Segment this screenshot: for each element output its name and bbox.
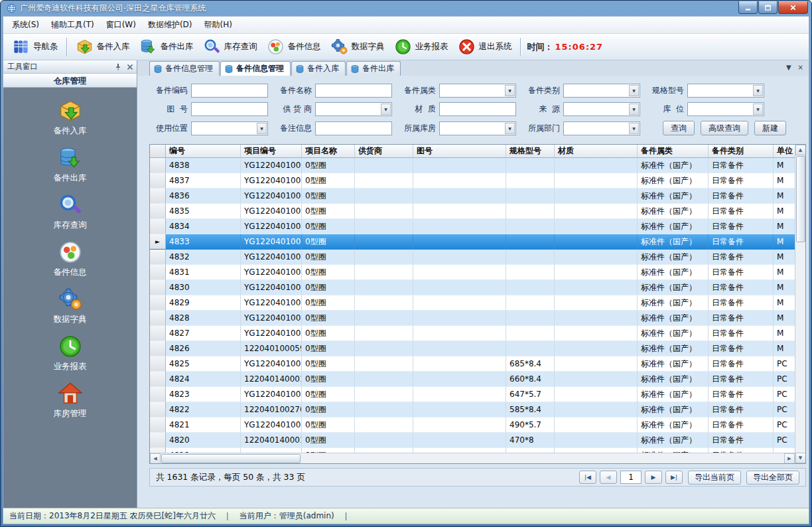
spec-model-select[interactable]: ▼ (687, 84, 764, 98)
maximize-button[interactable] (758, 1, 778, 14)
menu-system[interactable]: 系统(S) (6, 16, 45, 34)
prev-page-button[interactable]: ◀ (600, 471, 617, 484)
tab-parts-info-management-1[interactable]: 备件信息管理 (149, 61, 220, 76)
page-number-input[interactable] (620, 471, 642, 484)
table-row[interactable]: 4835YG122040100900型圈标准件（国产）日常备件M (150, 204, 795, 219)
menu-aux-tools[interactable]: 辅助工具(T) (45, 16, 100, 34)
table-row[interactable]: 4823YG122040100800型圈647*5.7标准件（国产）日常备件PC (150, 387, 795, 402)
table-row[interactable]: 482612204010005990型圈标准件（国产）日常备件M (150, 341, 795, 356)
toolbar-button-parts-info[interactable]: 备件信息 (262, 36, 326, 58)
part-category-select[interactable]: ▼ (439, 84, 516, 98)
table-row[interactable]: 482212204010027000型圈585*8.4标准件（国产）日常备件PC (150, 402, 795, 417)
sidebar-item-data-dictionary[interactable]: 数据字典 (54, 287, 87, 325)
vertical-scrollbar[interactable]: ▲ ▼ (795, 145, 805, 463)
sidebar-item-warehouse-management[interactable]: 库房管理 (54, 381, 87, 419)
table-row[interactable]: 482412204014000120型圈660*8.4标准件（国产）日常备件PC (150, 372, 795, 387)
table-row[interactable]: 482012204014000130型圈470*8标准件（国产）日常备件PC (150, 433, 795, 448)
dropdown-arrow-icon[interactable]: ▼ (629, 104, 639, 115)
tab-parts-info-management-2[interactable]: 备件信息管理 (220, 61, 291, 76)
menu-window[interactable]: 窗口(W) (100, 16, 142, 34)
part-class-select[interactable]: ▼ (563, 84, 640, 98)
row-selector[interactable] (150, 402, 166, 417)
toolbar-button-data-dictionary[interactable]: 数据字典 (326, 36, 389, 58)
tab-list-dropdown-icon[interactable]: ▼ (786, 64, 791, 71)
storage-location-select[interactable]: ▼ (687, 102, 764, 116)
table-row[interactable]: 4836YG122040100910型圈标准件（国产）日常备件M (150, 188, 795, 204)
toolbar-button-business-report[interactable]: 业务报表 (389, 36, 453, 58)
dropdown-arrow-icon[interactable]: ▼ (629, 123, 639, 134)
export-current-page-button[interactable]: 导出当前页 (688, 471, 741, 485)
titlebar[interactable]: 广州爱奇迪软件科技有限公司-深田之星仓库管理系统 (3, 1, 809, 16)
table-row[interactable]: 4825YG122040100810型圈685*8.4标准件（国产）日常备件PC (150, 356, 795, 372)
row-selector[interactable] (150, 417, 166, 433)
scroll-left-icon[interactable]: ◀ (150, 453, 161, 464)
drawing-no-input[interactable] (191, 102, 268, 116)
row-selector[interactable] (150, 356, 166, 372)
export-all-pages-button[interactable]: 导出全部页 (746, 471, 799, 485)
table-row[interactable]: 4837YG122040100920型圈标准件（国产）日常备件M (150, 173, 795, 188)
column-header-9[interactable]: 备件类别 (709, 145, 774, 157)
column-header-5[interactable]: 图号 (413, 145, 506, 157)
menu-data-maintenance[interactable]: 数据维护(D) (142, 16, 198, 34)
row-selector[interactable] (150, 158, 166, 173)
table-row[interactable]: 48190型圈标准件（国产）日常备件 (150, 448, 795, 453)
column-header-10[interactable]: 单位 (774, 145, 795, 157)
vertical-scroll-thumb[interactable] (796, 156, 805, 242)
row-selector[interactable] (150, 204, 166, 219)
row-selector[interactable] (150, 250, 166, 265)
tab-close-icon[interactable]: × (798, 64, 803, 71)
last-page-button[interactable]: ▶| (665, 471, 683, 484)
advanced-query-button[interactable]: 高级查询 (701, 121, 748, 135)
tab-parts-inbound[interactable]: 备件入库 (291, 61, 346, 76)
sidebar-close-icon[interactable] (126, 63, 134, 71)
dropdown-arrow-icon[interactable]: ▼ (505, 123, 515, 134)
toolbar-button-parts-outbound[interactable]: 备件出库 (135, 36, 198, 58)
query-button[interactable]: 查询 (663, 121, 695, 135)
supplier-select[interactable]: ▼ (315, 102, 392, 116)
toolbar-button-nav-bar[interactable]: 导航条 (7, 36, 63, 58)
table-row[interactable]: 4838YG122040100930型圈标准件（国产）日常备件M (150, 158, 795, 173)
sidebar-item-parts-outbound[interactable]: 备件出库 (54, 145, 87, 184)
next-page-button[interactable]: ▶ (645, 471, 662, 484)
row-selector[interactable] (150, 448, 166, 453)
row-selector[interactable] (150, 295, 166, 311)
row-selector[interactable] (150, 326, 166, 341)
column-header-1[interactable]: 编号 (166, 145, 241, 157)
source-select[interactable]: ▼ (563, 102, 640, 116)
part-code-input[interactable] (191, 84, 268, 98)
minimize-button[interactable] (738, 1, 758, 14)
warehouse-select[interactable]: ▼ (439, 121, 516, 135)
row-selector[interactable] (150, 372, 166, 387)
sidebar-item-parts-inbound[interactable]: 备件入库 (54, 98, 87, 137)
row-selector[interactable] (150, 387, 166, 402)
dropdown-arrow-icon[interactable]: ▼ (629, 85, 639, 96)
row-selector[interactable] (150, 280, 166, 295)
scroll-right-icon[interactable]: ▶ (784, 453, 795, 464)
column-header-6[interactable]: 规格型号 (506, 145, 555, 157)
sidebar-item-inventory-query[interactable]: 库存查询 (54, 192, 87, 231)
toolbar-button-parts-inbound[interactable]: 备件入库 (71, 36, 135, 58)
toolbar-button-exit-system[interactable]: 退出系统 (453, 36, 517, 58)
dropdown-arrow-icon[interactable]: ▼ (753, 104, 763, 115)
close-button[interactable] (778, 1, 808, 14)
row-selector[interactable] (150, 219, 166, 234)
remark-input[interactable] (315, 121, 392, 135)
sidebar-section-warehouse-management[interactable]: 仓库管理 (3, 74, 137, 88)
table-row[interactable]: ►4833YG122040100880型圈标准件（国产）日常备件M (150, 234, 795, 250)
horizontal-scrollbar[interactable]: ◀ ▶ (150, 453, 795, 463)
horizontal-scroll-thumb[interactable] (161, 454, 301, 463)
table-row[interactable]: 4828YG122040100830型圈标准件（国产）日常备件M (150, 311, 795, 326)
department-select[interactable]: ▼ (563, 121, 640, 135)
dropdown-arrow-icon[interactable]: ▼ (257, 123, 267, 134)
table-row[interactable]: 4827YG122040100820型圈标准件（国产）日常备件M (150, 326, 795, 341)
column-header-3[interactable]: 项目名称 (302, 145, 355, 157)
row-selector[interactable] (150, 311, 166, 326)
pin-icon[interactable] (114, 63, 122, 71)
column-header-4[interactable]: 供货商 (355, 145, 413, 157)
dropdown-arrow-icon[interactable]: ▼ (381, 104, 391, 115)
material-input[interactable] (439, 102, 516, 116)
dropdown-arrow-icon[interactable]: ▼ (505, 85, 515, 96)
column-header-2[interactable]: 项目编号 (241, 145, 302, 157)
row-selector[interactable] (150, 188, 166, 204)
table-row[interactable]: 4831YG122040100860型圈标准件（国产）日常备件M (150, 265, 795, 280)
